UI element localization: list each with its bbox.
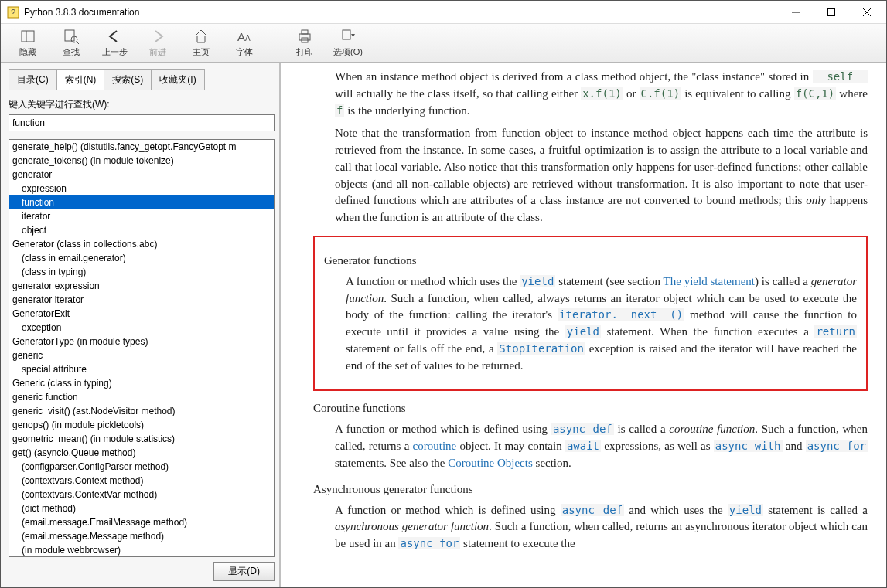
index-item[interactable]: generate_help() (distutils.fancy_getopt.… <box>9 140 274 154</box>
close-button[interactable] <box>849 1 885 24</box>
index-item[interactable]: expression <box>9 182 274 195</box>
index-listbox: generate_help() (distutils.fancy_getopt.… <box>9 139 275 557</box>
index-item[interactable]: function <box>9 195 274 209</box>
code-self: __self__ <box>813 70 868 83</box>
find-icon <box>63 28 80 45</box>
tab-favorites[interactable]: 收藏夹(I) <box>151 69 204 90</box>
nav-pane: 目录(C) 索引(N) 搜索(S) 收藏夹(I) 键入关键字进行查找(W): g… <box>1 63 281 587</box>
index-item[interactable]: Generator (class in collections.abc) <box>9 237 274 251</box>
svg-text:A: A <box>245 34 251 42</box>
svg-rect-13 <box>299 34 310 40</box>
index-item[interactable]: (class in typing) <box>9 265 274 279</box>
back-button[interactable]: 上一步 <box>94 25 135 61</box>
index-item[interactable]: object <box>9 223 274 237</box>
window-title: Python 3.8.3 documentation <box>24 7 778 18</box>
index-item[interactable]: special attribute <box>9 362 274 376</box>
main-split: 目录(C) 索引(N) 搜索(S) 收藏夹(I) 键入关键字进行查找(W): g… <box>1 63 886 587</box>
content-pane[interactable]: When an instance method object is derive… <box>281 63 886 587</box>
index-item[interactable]: Generic (class in typing) <box>9 376 274 390</box>
options-icon <box>339 28 357 45</box>
index-item[interactable]: generator iterator <box>9 293 274 307</box>
index-list[interactable]: generate_help() (distutils.fancy_getopt.… <box>9 140 274 556</box>
svg-line-10 <box>77 42 79 44</box>
index-item[interactable]: generate_tokens() (in module tokenize) <box>9 154 274 168</box>
print-button[interactable]: 打印 <box>284 25 326 61</box>
find-button[interactable]: 查找 <box>50 25 92 61</box>
link-coroutine[interactable]: coroutine <box>413 440 457 452</box>
font-button[interactable]: AA 字体 <box>223 25 265 61</box>
titlebar: ? Python 3.8.3 documentation <box>1 1 886 24</box>
index-item[interactable]: generator <box>9 168 274 182</box>
tab-search[interactable]: 搜索(S) <box>104 69 152 90</box>
home-button[interactable]: 主页 <box>180 25 222 61</box>
help-app-icon: ? <box>7 6 19 19</box>
content-paragraph: A function or method which uses the yiel… <box>346 274 857 375</box>
svg-text:?: ? <box>11 8 15 17</box>
index-item[interactable]: (email.message.Message method) <box>9 529 274 543</box>
index-item[interactable]: iterator <box>9 209 274 223</box>
section-title-coroutine: Coroutine functions <box>313 402 868 415</box>
index-item[interactable]: generator expression <box>9 279 274 293</box>
index-item[interactable]: genops() (in module pickletools) <box>9 418 274 432</box>
index-item[interactable]: generic_visit() (ast.NodeVisitor method) <box>9 404 274 418</box>
index-item[interactable]: get() (asyncio.Queue method) <box>9 446 274 460</box>
content-paragraph: A function or method which is defined us… <box>335 421 868 471</box>
index-item[interactable]: geometric_mean() (in module statistics) <box>9 432 274 446</box>
svg-text:A: A <box>237 30 245 43</box>
highlighted-section: Generator functions A function or method… <box>313 236 868 392</box>
forward-button[interactable]: 前进 <box>137 25 179 61</box>
index-item[interactable]: (email.message.EmailMessage method) <box>9 515 274 529</box>
svg-rect-3 <box>828 8 835 15</box>
content-paragraph: Note that the transformation from functi… <box>335 125 868 226</box>
index-item[interactable]: (configparser.ConfigParser method) <box>9 460 274 474</box>
index-search-label: 键入关键字进行查找(W): <box>9 98 275 111</box>
link-coroutine-objects[interactable]: Coroutine Objects <box>448 457 533 469</box>
back-arrow-icon <box>106 28 123 45</box>
font-icon: AA <box>236 28 253 45</box>
svg-rect-6 <box>22 31 34 42</box>
hide-button[interactable]: 隐藏 <box>7 25 49 61</box>
index-item[interactable]: generic <box>9 348 274 362</box>
index-item[interactable]: (contextvars.Context method) <box>9 474 274 488</box>
index-item[interactable]: GeneratorType (in module types) <box>9 335 274 348</box>
nav-tabs: 目录(C) 索引(N) 搜索(S) 收藏夹(I) <box>9 69 275 90</box>
index-item[interactable]: GeneratorExit <box>9 307 274 321</box>
svg-rect-16 <box>343 30 350 39</box>
index-item[interactable]: (class in email.generator) <box>9 251 274 265</box>
maximize-button[interactable] <box>814 1 849 24</box>
index-search-input[interactable] <box>9 114 275 131</box>
index-item[interactable]: (dict method) <box>9 501 274 515</box>
index-item[interactable]: (in module webbrowser) <box>9 543 274 556</box>
svg-rect-8 <box>65 30 74 41</box>
index-item[interactable]: exception <box>9 321 274 335</box>
print-icon <box>296 28 313 45</box>
tab-index[interactable]: 索引(N) <box>56 69 105 90</box>
minimize-button[interactable] <box>778 1 814 24</box>
home-icon <box>193 28 210 45</box>
section-title-async-gen: Asynchronous generator functions <box>313 483 868 496</box>
forward-arrow-icon <box>149 28 166 45</box>
index-item[interactable]: (contextvars.ContextVar method) <box>9 488 274 501</box>
show-button[interactable]: 显示(D) <box>213 562 275 581</box>
options-button[interactable]: 选项(O) <box>327 25 369 61</box>
toolbar: 隐藏 查找 上一步 前进 主页 AA 字体 打印 选项(O) <box>1 24 886 63</box>
tab-contents[interactable]: 目录(C) <box>9 69 57 90</box>
index-item[interactable]: generic function <box>9 390 274 404</box>
svg-rect-14 <box>302 30 308 34</box>
link-yield-statement[interactable]: The yield statement <box>664 275 755 287</box>
content-paragraph: When an instance method object is derive… <box>335 69 868 119</box>
app-window: ? Python 3.8.3 documentation 隐藏 查找 上一步 前… <box>0 0 887 588</box>
section-title-generator: Generator functions <box>324 254 857 267</box>
hide-icon <box>19 28 36 45</box>
content-paragraph: A function or method which is defined us… <box>335 502 868 552</box>
